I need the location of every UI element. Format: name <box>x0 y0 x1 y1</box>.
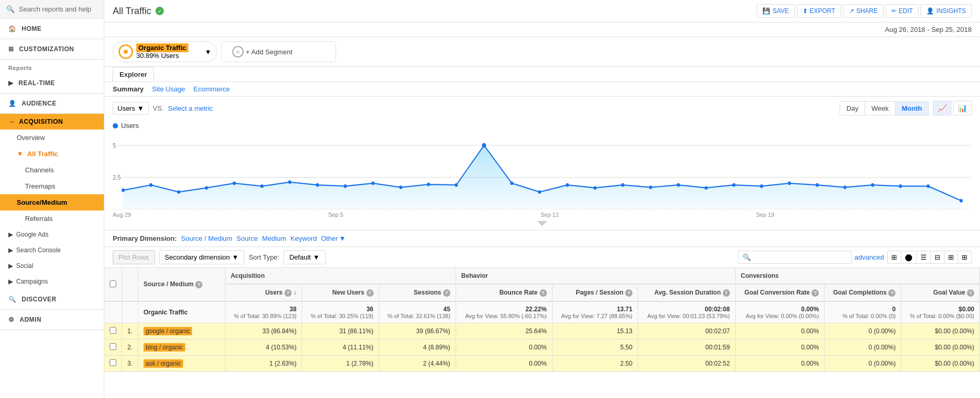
keyword-link[interactable]: Keyword <box>291 235 317 242</box>
table-search-input[interactable] <box>753 253 847 261</box>
pie-view-button[interactable]: ⬤ <box>901 251 917 263</box>
secondary-dimension-dropdown[interactable]: Secondary dimension ▼ <box>159 250 245 264</box>
tab-ecommerce[interactable]: Ecommerce <box>194 85 230 93</box>
insights-button[interactable]: 👤 INSIGHTS <box>921 4 972 18</box>
svg-point-7 <box>149 183 152 187</box>
sidebar-item-audience[interactable]: 👤 AUDIENCE <box>0 93 104 114</box>
bounce-help-icon[interactable]: ? <box>540 289 547 297</box>
goal-val-help-icon[interactable]: ? <box>967 289 974 297</box>
table-controls: Plot Rows Secondary dimension ▼ Sort Typ… <box>104 247 980 268</box>
select-all-checkbox[interactable] <box>104 268 122 301</box>
row-checkbox-2[interactable] <box>110 343 116 350</box>
sidebar-group-social[interactable]: ▶ Social <box>0 258 104 274</box>
week-button[interactable]: Week <box>865 102 895 115</box>
users-help-icon[interactable]: ? <box>284 289 292 297</box>
sidebar-sub-channels[interactable]: Channels <box>0 162 104 178</box>
sidebar-group-google-ads[interactable]: ▶ Google Ads <box>0 227 104 242</box>
other-dropdown[interactable]: Other ▼ <box>321 235 345 242</box>
sec-dim-arrow-icon: ▼ <box>232 253 239 261</box>
bar-view-button[interactable]: ☰ <box>917 251 931 263</box>
source-medium-link[interactable]: Source / Medium <box>181 235 232 242</box>
row-new-users-1: 31 (86.11%) <box>302 323 379 340</box>
source-medium-help-icon[interactable]: ? <box>195 281 202 288</box>
svg-point-27 <box>704 186 708 190</box>
sidebar-item-realtime[interactable]: ▶ REAL-TIME <box>0 73 104 93</box>
scroll-down-icon <box>537 221 547 226</box>
organic-traffic-segment[interactable]: Organic Traffic 30.89% Users ▼ <box>113 41 217 62</box>
users-metric-dropdown[interactable]: Users ▼ <box>113 102 149 115</box>
sidebar-group-campaigns[interactable]: ▶ Campaigns <box>0 274 104 289</box>
users-header[interactable]: Users ? ↓ <box>225 284 302 301</box>
sidebar-item-admin[interactable]: ⚙ ADMIN <box>0 310 104 330</box>
lifetime-view-button[interactable]: ⊞ <box>958 251 971 263</box>
export-icon: ⬆ <box>803 7 808 15</box>
save-button[interactable]: 💾 SAVE <box>757 4 794 18</box>
svg-point-31 <box>816 183 819 187</box>
row-sessions-3: 2 (4.44%) <box>379 356 456 372</box>
bounce-rate-header[interactable]: Bounce Rate ? <box>456 284 552 301</box>
pages-help-icon[interactable]: ? <box>625 289 632 297</box>
sidebar-sub-all-traffic[interactable]: ▼ All Traffic <box>0 146 104 162</box>
row-duration-2: 00:01:59 <box>638 340 735 356</box>
add-segment-button[interactable]: + + Add Segment <box>221 41 336 62</box>
plot-rows-button[interactable]: Plot Rows <box>113 250 155 264</box>
acquisition-arrow-icon: → <box>8 118 15 125</box>
sidebar-item-customization[interactable]: ⊞ CUSTOMIZATION <box>0 39 104 60</box>
line-chart-button[interactable]: 📈 <box>933 101 951 115</box>
goal-comp-help-icon[interactable]: ? <box>888 289 895 297</box>
medium-link[interactable]: Medium <box>262 235 286 242</box>
edit-button[interactable]: ✏ EDIT <box>886 4 918 18</box>
row-checkbox-1[interactable] <box>110 327 116 334</box>
row-source-1[interactable]: google / organic <box>138 323 225 340</box>
add-segment-icon: + <box>232 46 244 57</box>
table-search-icon: 🔍 <box>743 253 751 261</box>
goal-conv-help-icon[interactable]: ? <box>811 289 819 297</box>
row-goal-val-1: $0.00 (0.00%) <box>901 323 980 340</box>
compare-view-button[interactable]: ⊟ <box>931 251 945 263</box>
advanced-filter-link[interactable]: advanced <box>855 253 884 261</box>
sidebar-item-discover[interactable]: 🔍 DISCOVER <box>0 289 104 310</box>
svg-point-29 <box>760 184 763 188</box>
row-source-2[interactable]: bing / organic <box>138 340 225 356</box>
goal-completions-header[interactable]: Goal Completions ? <box>824 284 901 301</box>
search-bar[interactable]: 🔍 Search reports and help <box>0 0 104 19</box>
select-metric-link[interactable]: Select a metric <box>168 104 213 112</box>
sidebar-group-search-console[interactable]: ▶ Search Console <box>0 242 104 258</box>
row-duration-1: 00:02:07 <box>638 323 735 340</box>
sidebar-item-home[interactable]: 🏠 HOME <box>0 19 104 39</box>
row-source-3[interactable]: ask / organic <box>138 356 225 372</box>
month-button[interactable]: Month <box>895 102 928 115</box>
tab-site-usage[interactable]: Site Usage <box>152 85 185 93</box>
sidebar-sub-overview[interactable]: Overview <box>0 130 104 146</box>
sort-type-dropdown[interactable]: Default ▼ <box>283 250 325 264</box>
date-range[interactable]: Aug 26, 2018 - Sep 25, 2018 <box>104 22 980 37</box>
header-bar: All Traffic ✓ 💾 SAVE ⬆ EXPORT ↗ SHARE ✏ … <box>104 0 980 22</box>
share-button[interactable]: ↗ SHARE <box>843 4 883 18</box>
duration-help-icon[interactable]: ? <box>723 289 730 297</box>
sidebar-sub-source-medium[interactable]: Source/Medium <box>0 194 104 210</box>
export-button[interactable]: ⬆ EXPORT <box>797 4 841 18</box>
data-view-button[interactable]: ⊞ <box>888 251 901 263</box>
sidebar: 🔍 Search reports and help 🏠 HOME ⊞ CUSTO… <box>0 0 104 398</box>
day-button[interactable]: Day <box>840 102 865 115</box>
svg-point-21 <box>538 190 541 194</box>
pages-session-header[interactable]: Pages / Session ? <box>552 284 638 301</box>
pivot-view-button[interactable]: ⊞ <box>945 251 958 263</box>
sessions-header[interactable]: Sessions ? <box>379 284 456 301</box>
sidebar-sub-treemaps[interactable]: Treemaps <box>0 178 104 194</box>
avg-duration-header[interactable]: Avg. Session Duration ? <box>638 284 735 301</box>
row-checkbox-3[interactable] <box>110 359 116 366</box>
bar-chart-button[interactable]: 📊 <box>953 101 972 115</box>
svg-point-25 <box>649 185 652 189</box>
source-link[interactable]: Source <box>236 235 258 242</box>
sessions-help-icon[interactable]: ? <box>443 289 450 297</box>
sidebar-item-acquisition[interactable]: → ACQUISITION <box>0 114 104 130</box>
new-users-help-icon[interactable]: ? <box>366 289 374 297</box>
goal-value-header[interactable]: Goal Value ? <box>901 284 980 301</box>
svg-text:2.5: 2.5 <box>113 174 121 181</box>
new-users-header[interactable]: New Users ? <box>302 284 379 301</box>
tab-summary[interactable]: Summary <box>113 85 144 93</box>
goal-conversion-header[interactable]: Goal Conversion Rate ? <box>735 284 824 301</box>
source-medium-header[interactable]: Source / Medium ? <box>138 268 225 301</box>
sidebar-sub-referrals[interactable]: Referrals <box>0 210 104 227</box>
